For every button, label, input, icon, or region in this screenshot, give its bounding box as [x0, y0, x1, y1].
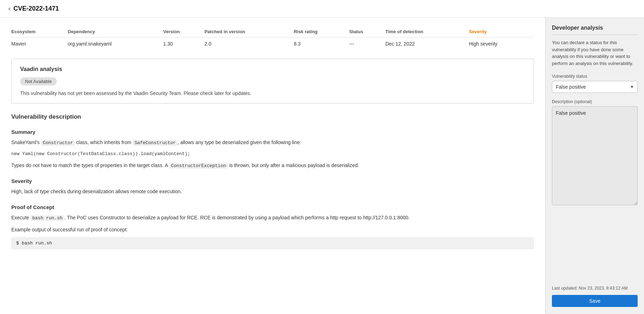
cell-severity: High severity — [469, 37, 534, 51]
cell-detection: Dec 12, 2022 — [385, 37, 469, 51]
not-available-badge: Not Available — [20, 77, 57, 85]
page-title: CVE-2022-1471 — [13, 5, 59, 12]
vuln-table: Ecosystem Dependency Version Patched in … — [11, 26, 534, 50]
summary-heading: Summary — [11, 129, 534, 135]
col-severity: Severity — [469, 26, 534, 37]
vaadin-analysis-box: Vaadin analysis Not Available This vulne… — [11, 59, 534, 103]
vuln-status-label: Vulnerability status — [552, 74, 638, 79]
col-version: Version — [163, 26, 205, 37]
col-ecosystem: Ecosystem — [11, 26, 68, 37]
cell-risk: 8.3 — [294, 37, 349, 51]
page-header: ‹ CVE-2022-1471 — [0, 0, 644, 18]
summary-line-3: Types do not have to match the types of … — [11, 161, 534, 170]
sidebar-title: Developer analysis — [552, 25, 638, 35]
constructor-code: Constructor — [41, 140, 75, 146]
severity-heading: Severity — [11, 178, 534, 184]
cell-dependency: org.yaml:snakeyaml — [68, 37, 163, 51]
cell-ecosystem: Maven — [11, 37, 68, 51]
vaadin-analysis-text: This vulnerability has not yet been asse… — [20, 90, 525, 96]
developer-analysis-sidebar: Developer analysis You can declare a sta… — [545, 18, 644, 314]
description-textarea[interactable]: False positive — [552, 106, 638, 205]
vuln-status-select[interactable]: False positive Exploitable Not exploitab… — [552, 81, 638, 93]
cell-status: --- — [349, 37, 385, 51]
cell-patched: 2.0 — [204, 37, 294, 51]
summary-code-line: new Yaml(new Constructor(TestDataClass.c… — [11, 150, 534, 158]
poc-line-1: Execute bash run.sh. The PoC uses Constr… — [11, 214, 534, 222]
main-content: Ecosystem Dependency Version Patched in … — [0, 18, 545, 314]
col-dependency: Dependency — [68, 26, 163, 37]
poc-code-block: $ bash run.sh — [11, 237, 534, 249]
summary-line-1: SnakeYaml's Constructor class, which inh… — [11, 138, 534, 147]
constructor-exception-code: ConstructorException — [169, 163, 228, 169]
col-patched: Patched in version — [204, 26, 294, 37]
vuln-description-heading: Vulnerability description — [11, 113, 534, 120]
content-area: Ecosystem Dependency Version Patched in … — [0, 18, 644, 314]
save-button[interactable]: Save — [552, 295, 638, 307]
back-button[interactable]: ‹ — [8, 5, 11, 12]
col-status: Status — [349, 26, 385, 37]
poc-line-2: Example output of successful run of proo… — [11, 226, 534, 233]
safe-constructor-code: SafeConstructor — [133, 140, 177, 146]
poc-heading: Proof of Concept — [11, 204, 534, 210]
last-updated-text: Last updated: Nov 23, 2023, 8:43:12 AM — [552, 286, 638, 291]
bash-run-code: bash run.sh — [30, 215, 64, 221]
sidebar-footer: Last updated: Nov 23, 2023, 8:43:12 AM S… — [552, 282, 638, 307]
sidebar-description: You can declare a status for this vulner… — [552, 39, 638, 67]
col-detection: Time of detection — [385, 26, 469, 37]
description-label: Description (optional) — [552, 99, 638, 104]
table-row: Maven org.yaml:snakeyaml 1.30 2.0 8.3 --… — [11, 37, 534, 51]
vuln-status-wrapper[interactable]: False positive Exploitable Not exploitab… — [552, 81, 638, 93]
vaadin-analysis-title: Vaadin analysis — [20, 66, 525, 72]
severity-text: High, lack of type checks during deseria… — [11, 188, 534, 195]
col-risk: Risk rating — [294, 26, 349, 37]
cell-version: 1.30 — [163, 37, 205, 51]
